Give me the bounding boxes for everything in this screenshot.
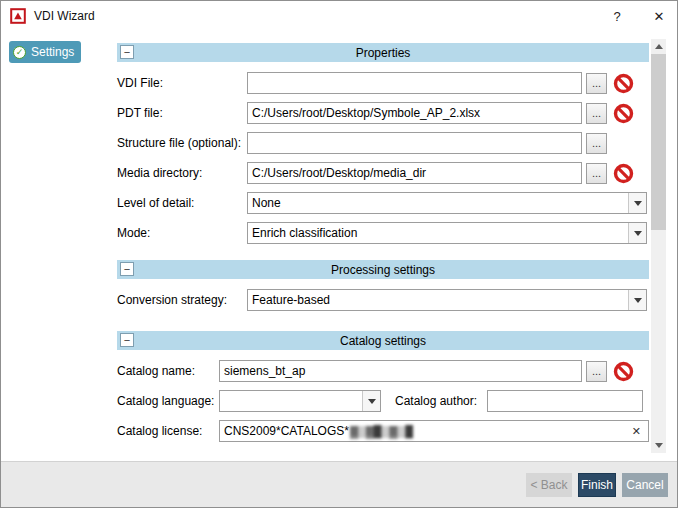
vertical-scrollbar[interactable] [651, 39, 666, 453]
scrollbar-thumb[interactable] [651, 54, 666, 230]
catalog-name-label: Catalog name: [117, 364, 219, 378]
selected-value: Enrich classification [248, 226, 628, 240]
sidebar-item-settings[interactable]: ✓ Settings [9, 41, 81, 63]
level-of-detail-label: Level of detail: [117, 196, 247, 210]
vdi-file-row: VDI File: ... [117, 72, 649, 94]
license-value-redacted: ▓▒▓█▒▓▒█ [350, 425, 413, 437]
scroll-up-icon[interactable] [651, 39, 666, 54]
vdi-file-label: VDI File: [117, 76, 247, 90]
structure-file-label: Structure file (optional): [117, 136, 247, 150]
scrollbar-track[interactable] [651, 54, 666, 438]
collapse-catalog-button[interactable]: − [120, 333, 134, 347]
pdt-file-browse-button[interactable]: ... [586, 103, 607, 124]
conversion-strategy-row: Conversion strategy: Feature-based [117, 289, 649, 311]
structure-file-browse-button[interactable]: ... [586, 133, 607, 154]
section-header-properties: − Properties [117, 43, 649, 62]
vdi-file-invalid-icon [613, 73, 634, 94]
media-directory-label: Media directory: [117, 166, 247, 180]
catalog-name-input[interactable] [219, 360, 582, 382]
clear-icon[interactable]: ✕ [630, 425, 643, 438]
vdi-wizard-dialog: VDI Wizard ? ✕ ✓ Settings − Properties V… [0, 0, 678, 508]
media-directory-browse-button[interactable]: ... [586, 163, 607, 184]
level-of-detail-row: Level of detail: None [117, 192, 649, 214]
collapse-properties-button[interactable]: − [120, 45, 134, 59]
catalog-license-row: Catalog license: CNS2009*CATALOGS* ▓▒▓█▒… [117, 420, 649, 442]
chevron-down-icon[interactable] [628, 290, 646, 310]
finish-button[interactable]: Finish [578, 473, 616, 497]
window-title: VDI Wizard [34, 9, 599, 23]
mode-label: Mode: [117, 226, 247, 240]
catalog-author-label: Catalog author: [395, 394, 487, 408]
mode-row: Mode: Enrich classification [117, 222, 649, 244]
section-title: Properties [356, 46, 411, 60]
selected-value: Feature-based [248, 293, 628, 307]
footer: < Back Finish Cancel [1, 461, 677, 507]
structure-file-input[interactable] [247, 132, 582, 154]
catalog-name-row: Catalog name: ... [117, 360, 649, 382]
catalog-license-input[interactable]: CNS2009*CATALOGS* ▓▒▓█▒▓▒█ ✕ [219, 420, 649, 442]
catalog-license-label: Catalog license: [117, 424, 219, 438]
close-button[interactable]: ✕ [641, 1, 677, 31]
collapse-processing-button[interactable]: − [120, 262, 134, 276]
chevron-down-icon[interactable] [362, 391, 380, 411]
catalog-author-input[interactable] [487, 390, 643, 412]
scroll-down-icon[interactable] [651, 438, 666, 453]
chevron-down-icon[interactable] [628, 193, 646, 213]
media-directory-input[interactable] [247, 162, 582, 184]
catalog-language-select[interactable] [219, 390, 381, 412]
check-circle-icon: ✓ [13, 46, 26, 59]
dialog-body: ✓ Settings − Properties VDI File: ... PD… [1, 31, 677, 461]
title-bar: VDI Wizard ? ✕ [1, 1, 677, 31]
catalog-language-row: Catalog language: Catalog author: [117, 390, 649, 412]
catalog-language-label: Catalog language: [117, 394, 219, 408]
section-header-processing: − Processing settings [117, 260, 649, 279]
license-value: CNS2009*CATALOGS* [224, 424, 349, 438]
selected-value: None [248, 196, 628, 210]
section-title: Catalog settings [340, 334, 426, 348]
pdt-file-label: PDT file: [117, 106, 247, 120]
back-button[interactable]: < Back [526, 473, 572, 497]
catalog-name-invalid-icon [613, 361, 634, 382]
mode-select[interactable]: Enrich classification [247, 222, 647, 244]
section-header-catalog: − Catalog settings [117, 331, 649, 350]
pdt-file-input[interactable] [247, 102, 582, 124]
help-button[interactable]: ? [599, 1, 635, 31]
chevron-down-icon[interactable] [628, 223, 646, 243]
conversion-strategy-label: Conversion strategy: [117, 293, 247, 307]
media-directory-row: Media directory: ... [117, 162, 649, 184]
settings-panel: − Properties VDI File: ... PDT file: ... [109, 31, 677, 461]
sidebar-item-label: Settings [31, 45, 74, 59]
level-of-detail-select[interactable]: None [247, 192, 647, 214]
pdt-file-row: PDT file: ... [117, 102, 649, 124]
media-directory-invalid-icon [613, 163, 634, 184]
vdi-file-input[interactable] [247, 72, 582, 94]
catalog-name-browse-button[interactable]: ... [586, 361, 607, 382]
sidebar: ✓ Settings [1, 31, 109, 461]
pdt-file-invalid-icon [613, 103, 634, 124]
structure-file-row: Structure file (optional): ... [117, 132, 649, 154]
section-title: Processing settings [331, 263, 435, 277]
vdi-file-browse-button[interactable]: ... [586, 73, 607, 94]
conversion-strategy-select[interactable]: Feature-based [247, 289, 647, 311]
app-icon [10, 8, 26, 24]
cancel-button[interactable]: Cancel [622, 473, 668, 497]
